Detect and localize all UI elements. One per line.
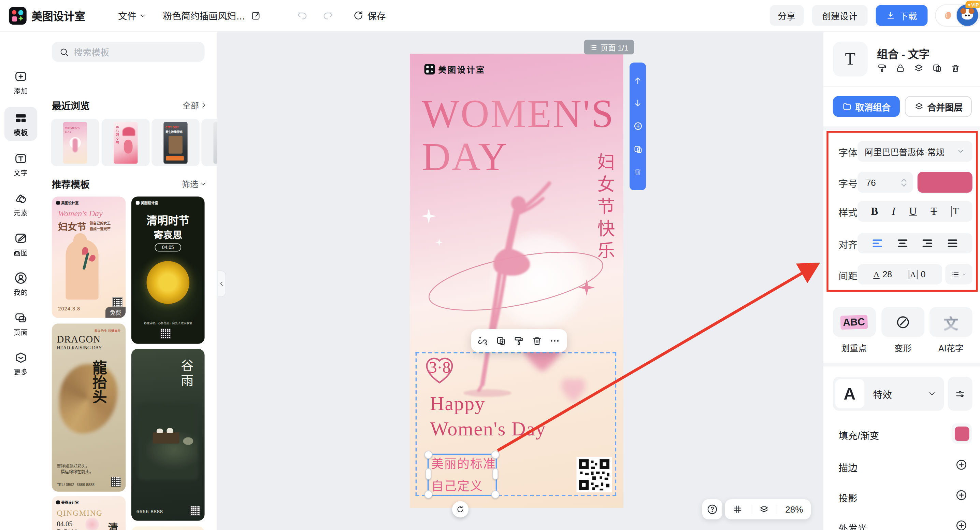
text-color-swatch[interactable] [918,172,972,193]
grid-layout-icon[interactable] [733,504,743,515]
create-design-button[interactable]: 创建设计 [812,5,867,26]
help-button[interactable] [702,499,722,519]
file-menu[interactable]: 文件 [118,9,146,22]
recent-thumb-cityboy[interactable]: CITY BOY 男生秋季服饰 [151,119,200,166]
sidebar-item-elements[interactable]: 元素 [5,187,37,221]
card-date: 04.05 [154,243,181,251]
transform-feature-label: 变形 [881,341,924,354]
recent-thumb-partial[interactable] [201,119,218,166]
template-card-womens[interactable]: 美图设计室 Women's Day 妇女节 做自己的女王 自成一道光芒 2024… [52,197,126,318]
font-size-stepper[interactable]: 76 [857,172,913,193]
download-button[interactable]: 下载 [876,5,928,26]
share-button[interactable]: 分享 [770,5,803,26]
sidebar-item-pages[interactable]: 页面 [5,307,37,340]
template-card-guyu[interactable]: 谷雨 6666 8888 [131,349,205,520]
stepper-down-icon[interactable] [901,183,907,187]
selection-handle-w[interactable] [425,468,431,479]
move-up-icon[interactable] [633,76,642,85]
italic-button[interactable]: I [892,205,896,217]
transform-feature-button[interactable] [881,307,924,337]
avatar[interactable]: ♥ VIP [956,4,979,27]
font-select[interactable]: 阿里巴巴普惠体-常规 [857,141,972,162]
add-glow-icon[interactable] [955,519,967,530]
recent-thumb-womens[interactable]: WOMEN'S DAY [51,119,99,166]
text-selection-box[interactable] [428,454,497,496]
sidebar-item-label: 我的 [14,287,28,297]
align-center-button[interactable] [897,239,907,247]
zoom-level[interactable]: 28% [785,504,803,515]
stepper-up-icon[interactable] [901,178,907,182]
sidebar-item-mine[interactable]: 我的 [5,267,37,301]
save-button[interactable]: 保存 [353,9,386,22]
brand[interactable]: 美图设计室 [9,6,85,24]
page-indicator[interactable]: 页面 1/1 [584,40,634,55]
duplicate-page-icon[interactable] [633,144,643,154]
highlight-feature-button[interactable]: ABC [833,307,876,337]
effects-select[interactable]: A 特效 [833,377,944,411]
duplicate-icon[interactable] [932,63,942,73]
template-card-qingming-dark[interactable]: 美图设计室 清明时节 寄哀思 04.05 春暖清明，心怀感恩，向先人致以敬意 [131,197,205,344]
sidebar-item-more[interactable]: 更多 [5,346,37,380]
document-title-group[interactable]: 粉色简约插画风妇女节3月... [163,9,261,22]
more-options-icon[interactable] [549,335,560,346]
align-justify-button[interactable] [948,239,957,247]
add-stroke-icon[interactable] [955,459,967,471]
format-painter-icon[interactable] [877,63,887,73]
move-down-icon[interactable] [633,99,642,108]
effects-settings-button[interactable] [948,377,972,411]
selection-handle-se[interactable] [492,490,500,498]
delete-icon[interactable] [950,63,961,73]
card-tagline: 春龙抬头 鸿运当头 [94,328,121,332]
ai-art-text-feature-button[interactable]: 文 [929,307,972,337]
collapse-panel-tab[interactable] [217,270,226,297]
search-input[interactable]: 搜索模板 [52,42,205,62]
layers-icon[interactable] [759,504,769,515]
undo-icon[interactable] [296,10,308,22]
template-card-dragon[interactable]: 春龙抬头 鸿运当头 DRAGON HEAD-RAISING DAY 龍抬头 吉祥… [52,323,126,492]
layer-order-icon[interactable] [914,63,924,73]
ungroup-icon[interactable] [478,335,488,346]
list-style-button[interactable] [945,264,972,284]
delete-icon[interactable] [531,335,542,346]
sidebar-item-templates[interactable]: 模板 [5,107,37,141]
letter-spacing-control[interactable]: A 0 [908,270,925,279]
strikethrough-button[interactable]: T [931,205,937,217]
edit-icon[interactable] [251,11,261,21]
recent-all-link[interactable]: 全部 [183,99,207,111]
inspector-title: 组合 - 文字 [877,45,929,61]
template-card-qingming-light[interactable]: 美图设计室 QINGMING 04.05 农历二月十八 清明 [52,496,126,530]
canvas-area[interactable]: 美图设计室 WOMEN'S DAY 妇女节快乐 [217,31,823,530]
sidebar-item-label: 更多 [14,366,28,376]
template-card-women38[interactable]: 美图设计室 3.8妇女节 做自己的 成为 [131,526,205,530]
ai-art-feature-label: AI花字 [929,341,972,354]
font-label: 字体 [838,145,858,159]
selection-handle-e[interactable] [492,468,498,479]
redo-icon[interactable] [322,10,334,22]
delete-page-icon[interactable] [633,168,642,177]
line-spacing-control[interactable]: A 28 [873,270,892,279]
format-painter-icon[interactable] [514,335,524,346]
filter-link[interactable]: 筛选 [182,177,207,190]
recent-thumb-march8[interactable]: 三八妇女节 [102,119,150,166]
selection-handle-sw[interactable] [425,490,433,498]
sidebar-item-text[interactable]: 文字 [5,147,37,181]
duplicate-icon[interactable] [496,335,506,346]
add-shadow-icon[interactable] [955,489,967,501]
sidebar-item-draw[interactable]: 画图 [5,227,37,261]
ungroup-button[interactable]: 取消组合 [833,96,900,117]
app-window: 美图设计室 文件 粉色简约插画风妇女节3月... 保存 分享 创建设计 下载 1… [0,0,980,530]
rotate-handle[interactable] [452,501,468,517]
filter-label: 筛选 [182,177,198,190]
sidebar-item-add[interactable]: 添加 [5,65,37,99]
underline-button[interactable]: U [909,205,917,217]
add-page-icon[interactable] [633,121,643,131]
selection-handle-ne[interactable] [492,450,500,459]
align-right-button[interactable] [923,239,932,247]
align-left-button[interactable] [872,239,882,247]
selection-handle-nw[interactable] [425,450,433,459]
bold-button[interactable]: B [871,205,878,217]
fill-swatch-container[interactable] [952,423,972,444]
lock-icon[interactable] [896,63,905,73]
merge-layers-button[interactable]: 合并图层 [905,96,972,117]
vertical-text-button[interactable]: T [951,206,959,217]
